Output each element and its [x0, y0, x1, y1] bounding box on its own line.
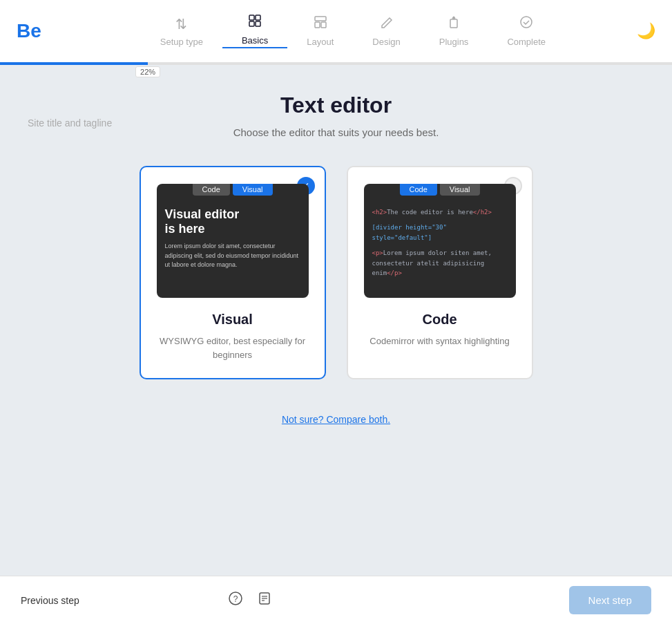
nav-step-complete[interactable]: Complete [488, 15, 565, 47]
code-card-desc: Codemirror with syntax highlighting [369, 334, 509, 348]
nav-step-basics[interactable]: Basics [222, 14, 287, 48]
svg-rect-0 [249, 15, 254, 20]
nav-step-plugins[interactable]: Plugins [420, 15, 488, 47]
progress-fill [0, 62, 148, 65]
visual-content: Visual editoris here Lorem ipsum dolor s… [165, 192, 300, 270]
visual-visual-tab[interactable]: Visual [233, 184, 273, 196]
layout-icon [314, 15, 327, 32]
help-icon[interactable]: ? [228, 591, 243, 609]
complete-icon [519, 15, 533, 32]
code-card[interactable]: Code Visual <h2>The code editor is here<… [347, 166, 533, 379]
previous-step-button[interactable]: Previous step [21, 595, 79, 606]
cards-container: ✓ Code Visual Visual editoris here Lorem… [140, 166, 533, 379]
svg-rect-7 [450, 19, 457, 28]
sidebar-label: Site title and tagline [28, 117, 112, 129]
setup-type-label: Setup type [160, 37, 203, 47]
code-code-tab[interactable]: Code [399, 184, 436, 196]
nav-step-layout[interactable]: Layout [287, 15, 353, 47]
progress-bar: 22% [0, 62, 672, 65]
visual-code-tab[interactable]: Code [192, 184, 229, 196]
compare-link[interactable]: Not sure? Compare both. [282, 414, 390, 425]
svg-text:?: ? [233, 594, 238, 604]
visual-card[interactable]: ✓ Code Visual Visual editoris here Lorem… [140, 166, 326, 379]
basics-icon [248, 14, 262, 31]
next-step-button[interactable]: Next step [569, 586, 651, 614]
notes-icon[interactable] [257, 591, 272, 609]
basics-label: Basics [242, 35, 268, 46]
svg-rect-1 [256, 15, 260, 20]
footer: Previous step ? Next step [0, 576, 672, 624]
nav-steps: ⇅ Setup type Basics Layout [69, 14, 637, 48]
header: Be ⇅ Setup type Basics Layout [0, 0, 672, 62]
code-visual-tab[interactable]: Visual [440, 184, 480, 196]
page-title: Text editor [280, 93, 392, 118]
design-icon [380, 15, 394, 32]
code-preview: Code Visual <h2>The code editor is here<… [364, 184, 516, 298]
main-content: Text editor Choose the editor that suits… [0, 65, 672, 494]
layout-label: Layout [307, 37, 334, 47]
visual-editor-tabs: Code Visual [192, 184, 272, 196]
complete-label: Complete [507, 37, 546, 47]
visual-card-desc: WYSIWYG editor, best especially for begi… [157, 334, 308, 361]
progress-label: 22% [135, 66, 160, 77]
svg-point-8 [521, 17, 532, 28]
plugins-icon [447, 15, 461, 32]
svg-rect-2 [249, 21, 254, 26]
page-subtitle: Choose the editor that suits your needs … [233, 126, 439, 138]
visual-editor-title: Visual editoris here [165, 207, 300, 236]
setup-type-icon: ⇅ [175, 16, 187, 32]
svg-rect-5 [315, 22, 320, 28]
code-card-title: Code [423, 312, 457, 328]
footer-icons: ? [228, 591, 272, 609]
code-content: <h2>The code editor is here</h2> [divide… [372, 192, 508, 278]
code-editor-tabs: Code Visual [399, 184, 479, 196]
logo[interactable]: Be [17, 20, 41, 42]
dark-mode-toggle[interactable]: 🌙 [637, 22, 655, 40]
svg-rect-3 [256, 21, 260, 26]
nav-step-design[interactable]: Design [353, 15, 419, 47]
nav-step-setup-type[interactable]: ⇅ Setup type [141, 16, 222, 47]
visual-card-title: Visual [212, 312, 253, 328]
svg-rect-6 [321, 22, 326, 28]
visual-preview: Code Visual Visual editoris here Lorem i… [157, 184, 309, 298]
plugins-label: Plugins [439, 37, 469, 47]
design-label: Design [372, 37, 400, 47]
svg-rect-4 [315, 17, 326, 21]
visual-editor-body: Lorem ipsum dolor sit amet, consectetur … [165, 242, 300, 270]
